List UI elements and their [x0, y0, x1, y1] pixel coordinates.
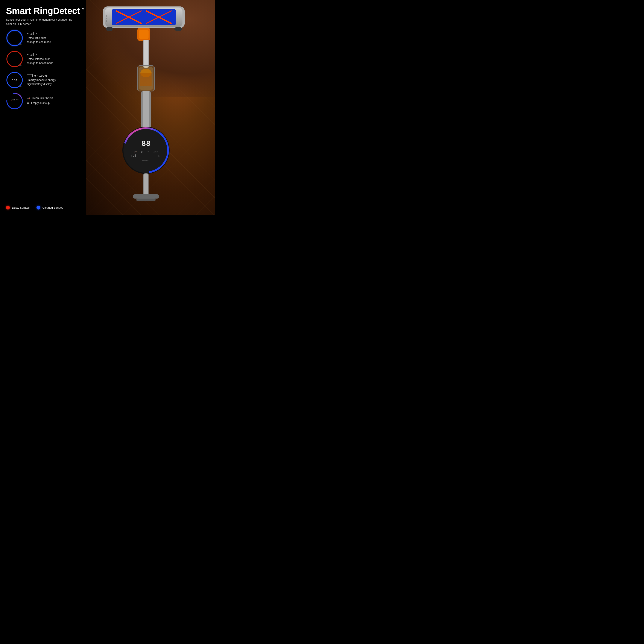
svg-rect-13 [139, 30, 149, 39]
left-panel: Smart RingDetect™ Sense floor dust in re… [0, 0, 97, 215]
boost-description: Detect intense dust, change to boost mod… [27, 57, 92, 65]
svg-text:MODE: MODE [142, 159, 150, 161]
bbar6 [33, 53, 34, 56]
trademark: ™ [80, 7, 84, 12]
empty-cup-text: Empty dust cup [31, 101, 50, 105]
battery-description: Smartly measure energy digital battery d… [27, 78, 92, 86]
sun-icon-left: ☀ [27, 32, 29, 35]
bar3 [31, 33, 32, 35]
bbar1 [30, 55, 30, 56]
airbot-label-boost: Airbot [18, 65, 21, 66]
svg-rect-19 [140, 73, 152, 86]
battery-feature-text: 0 - 100% Smartly measure energy digital … [27, 74, 92, 86]
trash-icon: 🗑 [27, 102, 29, 105]
svg-rect-8 [106, 18, 106, 19]
svg-rect-9 [106, 20, 106, 22]
sensor-bars-boost [30, 53, 34, 56]
title-text: Smart RingDetect [6, 6, 80, 16]
svg-text:○: ○ [147, 150, 149, 153]
battery-digits: 188 [12, 79, 17, 82]
bbar7 [34, 53, 34, 56]
cleaned-label: Cleaned Surface [43, 206, 63, 209]
svg-rect-2 [112, 9, 176, 25]
red-ring-boost: Airbot [6, 50, 23, 68]
svg-point-46 [6, 93, 23, 110]
battery-display-row: 0 - 100% [27, 74, 92, 77]
bin-icon-small: 🗑 [13, 99, 15, 101]
features-section: Airbot ☀ [6, 29, 92, 110]
vacuum-product: 88 🛹 🗑 ○ Airbot ☀ ❄ MODE [86, 0, 210, 215]
legend-section: Dusty Surface Cleaned Surface [6, 206, 63, 210]
svg-text:☀: ☀ [131, 155, 132, 157]
eco-description: Detect little dust, change to eco mode [27, 36, 92, 44]
eco-feature-text: ☀ ❄ Detect little dust, [27, 32, 92, 44]
svg-rect-40 [133, 194, 159, 199]
ring-notif-icons: 🛹 🗑 Airbot [11, 99, 18, 101]
notif-clean-brush: 🛹 Clean roller brush [27, 96, 92, 100]
bar6 [33, 32, 34, 35]
main-title: Smart RingDetect™ [6, 6, 92, 16]
blue-pink-ring: 🛹 🗑 Airbot [6, 93, 23, 110]
bbar3 [31, 55, 32, 56]
svg-text:🛹: 🛹 [134, 150, 137, 153]
clean-brush-text: Clean roller brush [32, 96, 53, 100]
dusty-dot [6, 206, 10, 210]
svg-rect-15 [144, 40, 148, 68]
blue-ring-eco: Airbot [6, 29, 23, 47]
svg-rect-39 [144, 173, 148, 195]
snowflake-icon-right2: ❄ [36, 53, 38, 56]
svg-rect-35 [135, 154, 136, 157]
notif-ring-svg [6, 93, 23, 110]
svg-text:Airbot: Airbot [153, 151, 158, 153]
airbot-label-notif: Airbot [15, 99, 18, 101]
notifications-feature-text: 🛹 Clean roller brush 🗑 Empty dust cup [27, 96, 92, 106]
sun-icon-left2: ☀ [27, 53, 29, 56]
bar5 [33, 33, 33, 35]
svg-rect-33 [134, 155, 134, 157]
svg-rect-34 [135, 155, 135, 157]
airbot-label-battery: Airbot [18, 86, 21, 87]
svg-text:🗑: 🗑 [141, 150, 143, 153]
legend-cleaned: Cleaned Surface [36, 206, 63, 210]
brush-icon: 🛹 [27, 97, 30, 100]
bbar2 [31, 55, 31, 56]
bar1 [30, 34, 30, 35]
battery-icon [27, 74, 33, 77]
main-container: 88 🛹 🗑 ○ Airbot ☀ ❄ MODE Smart RingDetec… [0, 0, 215, 215]
bbar5 [33, 54, 33, 56]
feature-boost-mode: Airbot ☀ ❄ [6, 50, 92, 68]
svg-rect-41 [136, 199, 156, 201]
battery-percent-text: 0 - 100% [34, 74, 47, 77]
svg-rect-7 [106, 15, 106, 17]
airbot-label-eco: Airbot [18, 44, 21, 45]
bar7 [34, 32, 34, 35]
boost-feature-text: ☀ ❄ Detect intense dust [27, 53, 92, 65]
legend-dusty: Dusty Surface [6, 206, 30, 210]
svg-point-10 [106, 27, 113, 31]
bbar4 [32, 54, 32, 56]
bar2 [31, 34, 31, 35]
feature-notifications: 🛹 🗑 Airbot 🛹 Clean roller brush 🗑 Empty … [6, 93, 92, 110]
svg-text:❄: ❄ [158, 155, 160, 157]
brush-icon-small: 🛹 [11, 99, 13, 101]
sensor-bar-eco: ☀ ❄ [27, 32, 92, 35]
cleaned-dot [36, 206, 40, 210]
svg-point-11 [174, 27, 182, 31]
title-section: Smart RingDetect™ Sense floor dust in re… [6, 6, 92, 26]
blue-ring-battery: 188 Airbot [6, 71, 23, 89]
svg-rect-31 [133, 156, 133, 157]
bar4 [32, 33, 32, 35]
feature-battery: 188 Airbot 0 - 100% Smartly measure ener… [6, 71, 92, 89]
sensor-bar-boost: ☀ ❄ [27, 53, 92, 56]
snowflake-icon-right: ❄ [36, 32, 38, 35]
sensor-bars-eco [30, 32, 34, 35]
svg-rect-32 [133, 156, 134, 157]
svg-text:88: 88 [142, 139, 150, 148]
subtitle-text: Sense floor dust in real-time, dynamical… [6, 18, 79, 26]
feature-eco-mode: Airbot ☀ [6, 29, 92, 47]
notif-empty-cup: 🗑 Empty dust cup [27, 101, 92, 105]
dusty-label: Dusty Surface [12, 206, 30, 209]
